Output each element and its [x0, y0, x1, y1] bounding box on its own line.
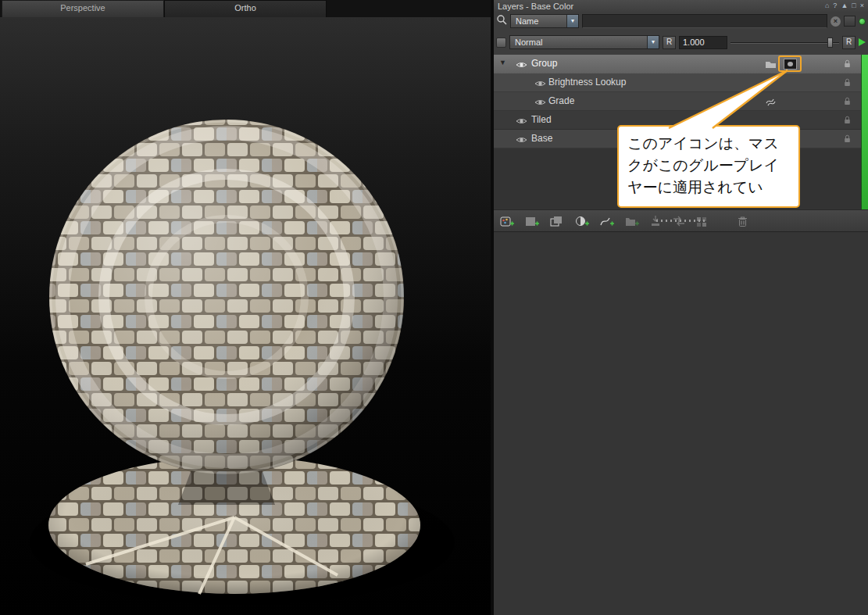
remove-layer-icon[interactable]	[737, 215, 748, 227]
layer-name: Base	[531, 133, 552, 144]
chevron-down-icon: ▾	[647, 36, 659, 48]
cached-curves-icon	[765, 96, 776, 109]
tab-perspective[interactable]: Perspective	[2, 0, 164, 17]
search-input[interactable]	[582, 14, 827, 28]
add-layer-icon[interactable]	[525, 215, 540, 227]
layer-name: Group	[531, 58, 557, 69]
search-field-label: Name	[511, 15, 566, 27]
viewport-canvas[interactable]	[0, 17, 491, 615]
layer-name: Tiled	[531, 114, 552, 125]
panel-title: Layers - Base Color	[498, 2, 573, 11]
add-group-layer-icon[interactable]	[625, 215, 640, 227]
layer-list: ▼ Group Brightness Lookup	[494, 55, 861, 209]
search-row: Name ▾ ×	[496, 13, 866, 29]
folder-icon	[765, 59, 777, 71]
clear-search-icon[interactable]: ×	[830, 16, 841, 27]
add-graph-layer-icon[interactable]	[600, 215, 615, 227]
blend-mode-label: Normal	[510, 36, 647, 48]
layer-row-base[interactable]: Base	[494, 130, 861, 148]
slider-handle[interactable]	[827, 38, 833, 48]
add-paint-layer-icon[interactable]	[500, 215, 515, 227]
viewport: Perspective Ortho	[0, 0, 491, 615]
viewport-tabbar: Perspective Ortho	[0, 0, 491, 17]
play-icon[interactable]	[859, 38, 866, 46]
add-adjustment-layer-icon[interactable]	[575, 215, 590, 227]
float-icon[interactable]: □	[852, 1, 855, 11]
blend-indicator-icon	[496, 38, 506, 48]
visibility-eye-icon[interactable]	[516, 135, 527, 146]
lock-icon[interactable]	[844, 78, 851, 89]
layer-row-tiled[interactable]: Tiled	[494, 111, 861, 130]
layers-panel: Layers - Base Color ⌂ ? ▲ □ × Name ▾ ×	[494, 0, 868, 615]
panel-controls: ⌂ ? ▲ □ ×	[825, 1, 864, 11]
layer-row-brightness-lookup[interactable]: Brightness Lookup	[494, 73, 861, 92]
shader-ball	[0, 17, 491, 615]
search-icon	[496, 14, 507, 28]
home-icon[interactable]: ⌂	[825, 1, 829, 11]
close-icon[interactable]: ×	[860, 1, 864, 11]
layer-name: Brightness Lookup	[548, 77, 626, 88]
splitter-handle[interactable]	[656, 220, 706, 222]
lock-icon[interactable]	[844, 134, 851, 145]
visibility-eye-icon[interactable]	[516, 60, 527, 71]
layer-name: Grade	[548, 95, 574, 106]
filter-options-button[interactable]	[844, 16, 855, 27]
help-icon[interactable]: ?	[833, 1, 837, 11]
shade-icon[interactable]: ▲	[841, 1, 848, 11]
blend-row: Normal ▾ R R	[496, 34, 866, 50]
visibility-eye-icon[interactable]	[534, 79, 546, 90]
visibility-eye-icon[interactable]	[534, 98, 546, 109]
panel-empty-area	[494, 231, 868, 615]
reset-blend-button[interactable]: R	[663, 36, 676, 49]
visibility-eye-icon[interactable]	[516, 116, 527, 127]
mask-highlight-box	[778, 55, 802, 72]
lock-icon[interactable]	[844, 97, 851, 108]
amount-field[interactable]	[679, 36, 727, 49]
reset-amount-button[interactable]: R	[842, 36, 855, 49]
panel-titlebar: Layers - Base Color ⌂ ? ▲ □ ×	[494, 0, 868, 12]
lock-icon[interactable]	[844, 116, 851, 127]
blend-mode-dropdown[interactable]: Normal ▾	[509, 35, 659, 49]
slider-track	[730, 42, 839, 44]
cache-status-bar	[861, 55, 868, 209]
duplicate-layer-icon[interactable]	[550, 215, 565, 227]
tab-ortho[interactable]: Ortho	[164, 0, 327, 17]
layer-row-group[interactable]: ▼ Group	[494, 55, 861, 73]
amount-slider[interactable]	[730, 36, 839, 49]
layer-row-grade[interactable]: Grade	[494, 92, 861, 111]
search-field-dropdown[interactable]: Name ▾	[510, 14, 579, 28]
lock-icon[interactable]	[844, 59, 851, 70]
status-dot	[859, 18, 866, 25]
chevron-down-icon: ▾	[566, 15, 578, 27]
expander-icon[interactable]: ▼	[499, 59, 506, 66]
